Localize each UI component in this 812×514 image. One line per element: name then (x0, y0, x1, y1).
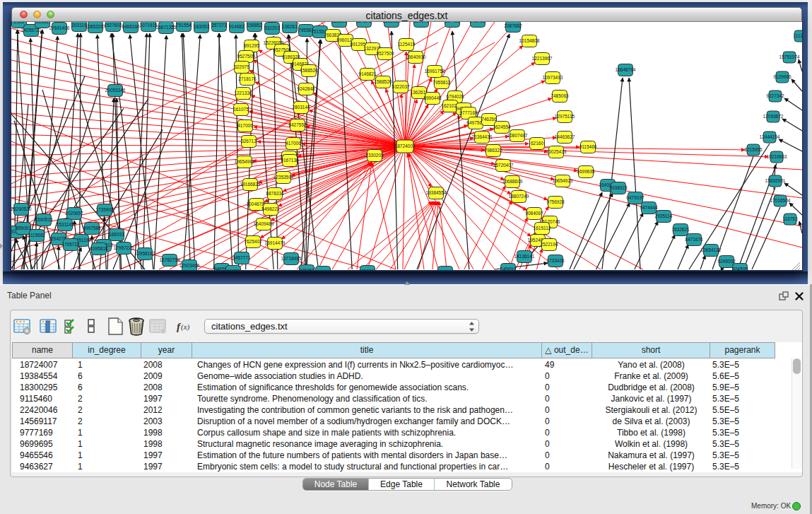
svg-text:9227342: 9227342 (766, 93, 784, 98)
svg-text:116753: 116753 (782, 216, 798, 221)
svg-text:2522194: 2522194 (540, 242, 558, 247)
svg-text:12093872: 12093872 (763, 114, 784, 119)
svg-text:107435: 107435 (445, 22, 460, 23)
svg-text:163053: 163053 (194, 24, 209, 29)
svg-text:17016504: 17016504 (770, 198, 791, 203)
svg-text:14055721: 14055721 (21, 28, 42, 33)
svg-text:164071: 164071 (413, 22, 429, 23)
svg-text:161075: 161075 (233, 107, 249, 112)
svg-text:8215955: 8215955 (744, 147, 763, 152)
svg-text:15751074: 15751074 (779, 54, 800, 59)
svg-text:1095818: 1095818 (90, 246, 108, 251)
svg-text:10654122: 10654122 (701, 247, 722, 252)
svg-text:1115682: 1115682 (28, 233, 46, 238)
svg-text:96996: 96996 (361, 269, 374, 270)
svg-text:243731: 243731 (470, 22, 486, 23)
svg-text:145691: 145691 (500, 267, 516, 270)
svg-text:9146821: 9146821 (358, 71, 377, 76)
svg-text:914682: 914682 (229, 24, 245, 29)
svg-text:417006: 417006 (286, 141, 301, 146)
svg-text:10853267: 10853267 (86, 24, 106, 29)
svg-text:946362: 946362 (299, 268, 314, 270)
svg-text:1221336: 1221336 (234, 90, 252, 95)
svg-text:19384554: 19384554 (426, 190, 447, 195)
svg-text:417006: 417006 (237, 123, 253, 128)
svg-text:5938923: 5938923 (609, 185, 628, 190)
svg-text:8427552: 8427552 (288, 122, 307, 127)
svg-text:532203: 532203 (264, 25, 280, 30)
svg-text:7625402: 7625402 (244, 239, 262, 244)
svg-text:15720407: 15720407 (493, 163, 514, 168)
svg-text:18807249: 18807249 (509, 194, 529, 199)
svg-text:10973493: 10973493 (543, 75, 563, 80)
svg-text:21912: 21912 (36, 22, 49, 24)
svg-text:2020657: 2020657 (65, 211, 83, 216)
svg-text:17957225: 17957225 (114, 245, 134, 250)
svg-text:10688609: 10688609 (502, 179, 523, 184)
svg-text:12975115: 12975115 (555, 114, 575, 119)
svg-text:16914479: 16914479 (265, 240, 286, 245)
svg-text:891295: 891295 (244, 43, 259, 48)
svg-text:62160: 62160 (531, 141, 543, 146)
svg-text:165033: 165033 (109, 232, 124, 237)
svg-text:2330203: 2330203 (365, 153, 384, 158)
svg-text:751554: 751554 (176, 23, 192, 28)
svg-text:3624554: 3624554 (493, 124, 511, 129)
svg-text:124575: 124575 (356, 22, 372, 23)
svg-text:8878334: 8878334 (266, 191, 284, 196)
svg-text:8313054: 8313054 (382, 22, 401, 23)
svg-text:9997588: 9997588 (83, 226, 101, 230)
svg-text:16409489: 16409489 (254, 221, 274, 226)
svg-text:10025433: 10025433 (546, 149, 567, 154)
svg-text:5498222: 5498222 (261, 206, 280, 211)
svg-text:5322037: 5322037 (392, 84, 410, 89)
svg-text:831305: 831305 (331, 22, 347, 23)
svg-text:19654923: 19654923 (553, 178, 573, 183)
svg-text:12353594: 12353594 (273, 175, 294, 180)
svg-text:136261: 136261 (282, 24, 298, 29)
svg-text:14463627: 14463627 (555, 134, 575, 139)
svg-text:18724007: 18724007 (395, 144, 416, 148)
svg-text:27691406: 27691406 (49, 25, 70, 30)
svg-text:10210663: 10210663 (767, 154, 787, 159)
svg-text:10154808: 10154808 (519, 38, 540, 43)
svg-text:7986322: 7986322 (484, 148, 502, 153)
svg-text:9129966: 9129966 (773, 74, 792, 79)
svg-text:7632621: 7632621 (671, 227, 690, 232)
svg-text:2087682: 2087682 (504, 23, 522, 28)
svg-text:855061: 855061 (16, 226, 31, 230)
svg-text:7955812: 7955812 (433, 80, 451, 85)
svg-text:12213967: 12213967 (532, 56, 553, 61)
svg-text:16782759: 16782759 (160, 257, 180, 262)
svg-text:1125419: 1125419 (398, 42, 416, 47)
svg-text:26260520: 26260520 (11, 206, 32, 211)
svg-text:6699695: 6699695 (577, 169, 595, 174)
svg-text:1588520: 1588520 (374, 79, 392, 84)
svg-text:9084067: 9084067 (525, 211, 543, 216)
svg-text:1795722: 1795722 (61, 242, 80, 247)
svg-text:9527509: 9527509 (237, 54, 255, 59)
svg-text:158852: 158852 (247, 23, 262, 28)
svg-text:924505: 924505 (732, 267, 748, 270)
svg-text:2105: 2105 (14, 22, 25, 24)
svg-text:2718176: 2718176 (238, 76, 257, 81)
svg-text:12923466: 12923466 (180, 263, 200, 268)
svg-text:9756928: 9756928 (546, 199, 565, 204)
svg-text:16640910: 16640910 (406, 54, 426, 59)
svg-text:6794028: 6794028 (446, 94, 464, 99)
svg-text:10807487: 10807487 (507, 133, 528, 138)
svg-text:9527509: 9527509 (376, 51, 394, 56)
svg-text:1531145: 1531145 (57, 222, 74, 227)
svg-text:9457771: 9457771 (233, 255, 251, 260)
svg-text:1071915: 1071915 (139, 23, 158, 28)
svg-text:7485063: 7485063 (551, 93, 569, 98)
svg-text:19166825: 19166825 (240, 182, 261, 187)
svg-text:326713: 326713 (241, 139, 257, 144)
svg-text:9242848: 9242848 (297, 86, 315, 91)
svg-text:13718485: 13718485 (281, 256, 302, 261)
svg-text:19654985: 19654985 (235, 159, 255, 164)
svg-text:2803144: 2803144 (292, 105, 310, 110)
svg-text:9167130: 9167130 (281, 158, 299, 163)
svg-text:8990448: 8990448 (423, 95, 442, 100)
svg-text:1733426: 1733426 (546, 258, 565, 263)
